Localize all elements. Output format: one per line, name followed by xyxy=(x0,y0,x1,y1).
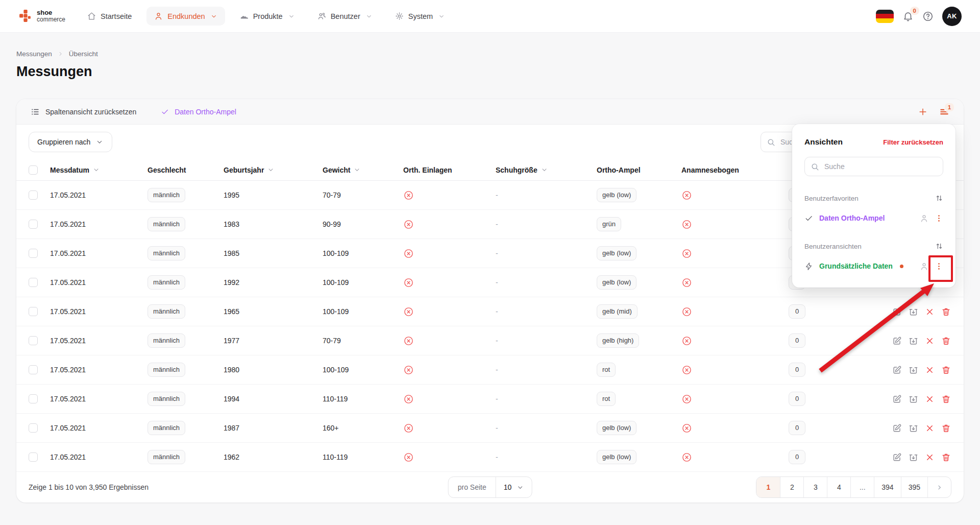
edit-button[interactable] xyxy=(892,336,902,346)
archive-button[interactable] xyxy=(909,365,918,375)
row-checkbox[interactable] xyxy=(29,220,38,229)
reset-column-view-button[interactable]: Spaltenansicht zurücksetzen xyxy=(31,107,136,116)
chevron-down-icon[interactable] xyxy=(92,166,100,174)
cell-geburtsjahr: 1980 xyxy=(219,355,318,384)
column-header-geburtsjahr[interactable]: Geburtsjahr xyxy=(219,159,318,180)
page-button-2[interactable]: 2 xyxy=(780,477,803,497)
page-button-395[interactable]: 395 xyxy=(901,477,927,497)
view-item[interactable]: Daten Ortho-Ampel xyxy=(804,212,943,224)
unsaved-changes-dot xyxy=(900,265,903,268)
cancel-button[interactable] xyxy=(925,423,935,433)
archive-button[interactable] xyxy=(909,394,918,404)
cancel-button[interactable] xyxy=(925,307,935,317)
list-icon xyxy=(31,107,40,116)
delete-button[interactable] xyxy=(941,394,951,404)
count-badge: 0 xyxy=(789,363,805,377)
column-header-gewicht[interactable]: Gewicht xyxy=(318,159,399,180)
page-button-1[interactable]: 1 xyxy=(756,477,780,497)
view-item-label: Daten Ortho-Ampel xyxy=(819,214,885,222)
archive-button[interactable] xyxy=(909,336,918,346)
brand-logo[interactable]: shoe commerce xyxy=(18,9,65,23)
row-checkbox[interactable] xyxy=(29,336,38,345)
views-search-input[interactable] xyxy=(804,157,943,176)
views-panel-sections: BenutzerfavoritenDaten Ortho-AmpelBenutz… xyxy=(804,194,943,272)
cell-gewicht: 110-119 xyxy=(318,385,399,413)
add-view-button[interactable] xyxy=(918,107,928,117)
view-item-menu-button[interactable] xyxy=(935,214,943,223)
row-checkbox[interactable] xyxy=(29,365,38,374)
ortho-ampel-badge: rot xyxy=(597,363,616,377)
table-row: 17.05.2021männlich1962110-119-gelb (low)… xyxy=(16,443,964,472)
x-circle-icon xyxy=(403,452,414,463)
edit-button[interactable] xyxy=(892,394,902,404)
row-checkbox[interactable] xyxy=(29,278,38,287)
gender-badge: männlich xyxy=(148,450,185,464)
nav-item-produkte[interactable]: Produkte xyxy=(232,7,303,26)
user-avatar[interactable]: AK xyxy=(942,7,962,26)
next-page-button[interactable] xyxy=(927,477,951,497)
shoe-icon xyxy=(240,12,249,20)
edit-button[interactable] xyxy=(892,423,902,433)
delete-button[interactable] xyxy=(941,307,951,317)
view-item[interactable]: Grundsätzliche Daten xyxy=(804,260,943,272)
delete-button[interactable] xyxy=(941,365,951,375)
breadcrumb-item-messungen[interactable]: Messungen xyxy=(16,50,52,58)
page: shoe commerce StartseiteEndkundenProdukt… xyxy=(0,0,980,525)
nav-item-benutzer[interactable]: Benutzer xyxy=(310,7,380,26)
sort-icon[interactable] xyxy=(935,194,943,202)
delete-button[interactable] xyxy=(941,336,951,346)
view-item-menu-button[interactable] xyxy=(935,262,943,271)
nav-item-label: Benutzer xyxy=(331,12,360,20)
cancel-button[interactable] xyxy=(925,394,935,404)
breadcrumb-item-uebersicht[interactable]: Übersicht xyxy=(69,50,98,58)
active-view-button[interactable]: Daten Ortho-Ampel xyxy=(161,108,236,116)
archive-button[interactable] xyxy=(909,423,918,433)
nav-item-endkunden[interactable]: Endkunden xyxy=(146,7,225,26)
row-checkbox[interactable] xyxy=(29,423,38,433)
cell-schuhgroesse: - xyxy=(492,239,593,268)
x-circle-icon xyxy=(403,248,414,259)
cell-messdatum: 17.05.2021 xyxy=(46,385,143,413)
delete-button[interactable] xyxy=(941,452,951,462)
edit-button[interactable] xyxy=(892,452,902,462)
row-checkbox[interactable] xyxy=(29,394,38,403)
delete-button[interactable] xyxy=(941,423,951,433)
row-checkbox[interactable] xyxy=(29,249,38,258)
cancel-button[interactable] xyxy=(925,452,935,462)
row-checkbox[interactable] xyxy=(29,452,38,462)
notifications-button[interactable]: 0 xyxy=(902,11,914,22)
sort-icon[interactable] xyxy=(935,242,943,250)
gender-badge: männlich xyxy=(148,188,185,202)
column-header-schuhgroesse[interactable]: Schuhgröße xyxy=(492,159,593,180)
cancel-button[interactable] xyxy=(925,365,935,375)
row-checkbox[interactable] xyxy=(29,190,38,200)
page-button-4[interactable]: 4 xyxy=(827,477,850,497)
nav-item-system[interactable]: System xyxy=(387,7,453,26)
language-flag-german[interactable] xyxy=(876,10,894,23)
select-all-checkbox[interactable] xyxy=(29,165,38,175)
chevron-down-icon xyxy=(438,13,445,20)
edit-button[interactable] xyxy=(892,365,902,375)
reset-filter-button[interactable]: Filter zurücksetzen xyxy=(883,138,943,146)
per-page-select[interactable]: pro Seite 10 xyxy=(448,476,532,498)
nav-item-startseite[interactable]: Startseite xyxy=(80,7,139,26)
archive-button[interactable] xyxy=(909,452,918,462)
brand-line1: shoe xyxy=(37,9,65,16)
chevron-down-icon[interactable] xyxy=(541,166,548,174)
page-button-394[interactable]: 394 xyxy=(874,477,900,497)
help-button[interactable] xyxy=(922,11,934,22)
archive-button[interactable] xyxy=(909,307,918,317)
views-menu-button[interactable]: 1 xyxy=(939,107,949,117)
chevron-down-icon[interactable] xyxy=(353,166,361,174)
column-header-anamnesebogen: Anamnesebogen xyxy=(677,159,785,180)
page-button-3[interactable]: 3 xyxy=(803,477,827,497)
group-by-dropdown[interactable]: Gruppieren nach xyxy=(29,132,112,152)
cell-geburtsjahr: 1987 xyxy=(219,414,318,442)
per-page-value: 10 xyxy=(504,483,512,491)
edit-button[interactable] xyxy=(892,307,902,317)
cell-gewicht: 160+ xyxy=(318,414,399,442)
cancel-button[interactable] xyxy=(925,336,935,346)
row-checkbox[interactable] xyxy=(29,307,38,316)
column-header-messdatum[interactable]: Messdatum xyxy=(46,159,143,180)
chevron-down-icon[interactable] xyxy=(267,166,275,174)
